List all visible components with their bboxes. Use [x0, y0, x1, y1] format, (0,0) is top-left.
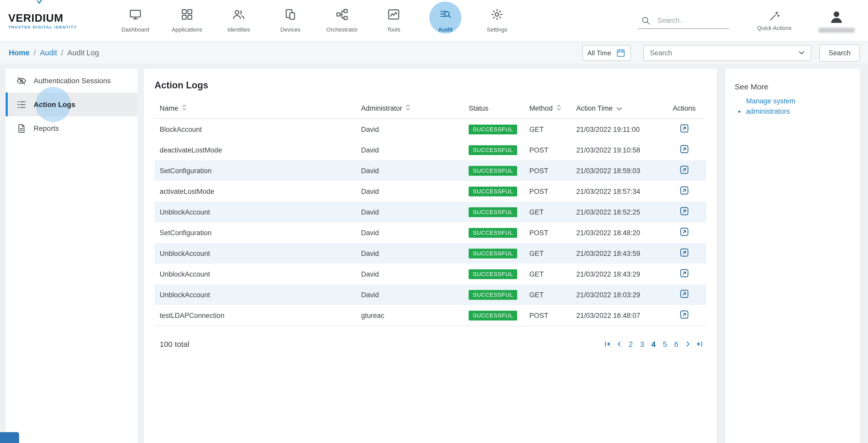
- cell-name: deactivateLostMode: [154, 140, 356, 160]
- pagination-prev-button[interactable]: [616, 341, 622, 347]
- cell-method: POST: [524, 222, 571, 243]
- search-icon: [641, 15, 651, 26]
- cell-actions: [662, 284, 706, 305]
- status-badge: SUCCESSFUL: [469, 124, 517, 134]
- column-header-actions: Actions: [662, 100, 706, 119]
- table-row: activateLostMode David SUCCESSFUL POST 2…: [154, 181, 706, 202]
- status-badge: SUCCESSFUL: [469, 248, 517, 258]
- row-action-button[interactable]: [678, 287, 691, 302]
- action-logs-icon: [16, 99, 27, 110]
- open-record-icon: [679, 165, 690, 175]
- sort-icon: [556, 104, 561, 111]
- cell-method: POST: [524, 305, 571, 326]
- cell-action-time: 21/03/2022 18:59:03: [571, 160, 662, 181]
- cell-method: POST: [524, 181, 571, 202]
- column-header-action-time[interactable]: Action Time: [571, 100, 662, 119]
- veridium-logo[interactable]: VERIDIUM TRUSTED DIGITAL IDENTITY: [8, 12, 90, 29]
- row-action-button[interactable]: [678, 184, 691, 199]
- nav-item-settings[interactable]: Settings: [471, 0, 523, 41]
- breadcrumb-link-audit[interactable]: Audit: [40, 49, 57, 57]
- open-record-icon: [679, 309, 690, 320]
- pagination-page-2[interactable]: 2: [627, 340, 634, 348]
- see-more-link[interactable]: Manage system administrators: [746, 96, 800, 116]
- quick-actions-button[interactable]: Quick Actions: [757, 10, 792, 31]
- pagination: 23456: [604, 340, 706, 348]
- cell-action-time: 21/03/2022 18:43:29: [571, 264, 662, 284]
- row-action-button[interactable]: [678, 225, 691, 240]
- row-action-button[interactable]: [678, 143, 691, 157]
- status-badge: SUCCESSFUL: [469, 269, 517, 279]
- row-action-button[interactable]: [678, 164, 691, 178]
- open-record-icon: [679, 185, 690, 196]
- pagination-next-button[interactable]: [685, 341, 691, 347]
- sidebar-item-action-logs[interactable]: Action Logs: [6, 92, 137, 116]
- table-row: testLDAPConnection gtureac SUCCESSFUL PO…: [154, 305, 706, 326]
- nav-item-dashboard[interactable]: Dashboard: [110, 0, 161, 41]
- column-header-status: Status: [463, 100, 524, 119]
- cell-action-time: 21/03/2022 18:48:20: [571, 222, 662, 243]
- status-badge: SUCCESSFUL: [469, 311, 517, 320]
- content-area: Authentication SessionsAction LogsReport…: [0, 64, 868, 443]
- audit-icon: [439, 8, 452, 21]
- open-record-icon: [679, 123, 690, 134]
- time-filter-button[interactable]: All Time: [582, 45, 631, 61]
- sort-icon: [406, 104, 410, 111]
- row-action-button[interactable]: [678, 122, 691, 137]
- row-action-button[interactable]: [678, 308, 691, 323]
- search-button[interactable]: Search: [819, 44, 860, 61]
- cell-name: SetConfiguration: [154, 222, 356, 243]
- column-label: Administrator: [361, 105, 402, 112]
- status-badge: SUCCESSFUL: [469, 228, 517, 238]
- pagination-first-button[interactable]: [604, 341, 611, 347]
- pagination-page-3[interactable]: 3: [639, 340, 645, 348]
- eye-off-icon: [16, 75, 27, 86]
- column-header-name[interactable]: Name: [154, 100, 356, 119]
- total-count: 100 total: [154, 339, 189, 348]
- search-filter-value: Search: [650, 49, 672, 57]
- cell-action-time: 21/03/2022 19:11:00: [571, 119, 662, 140]
- nav-item-audit[interactable]: Audit: [420, 0, 471, 41]
- cell-status: SUCCESSFUL: [463, 202, 524, 222]
- cell-administrator: David: [356, 140, 464, 160]
- user-menu[interactable]: [818, 9, 855, 32]
- row-action-button[interactable]: [678, 246, 691, 261]
- sidebar-item-reports[interactable]: Reports: [6, 116, 137, 140]
- pagination-last-button[interactable]: [696, 341, 703, 347]
- pagination-page-6[interactable]: 6: [673, 340, 679, 348]
- sub-header: Home/Audit/Audit Log All Time Search Sea…: [0, 42, 868, 64]
- header-tools: Quick Actions: [638, 9, 855, 32]
- row-action-button[interactable]: [678, 267, 691, 281]
- devices-icon: [284, 8, 297, 21]
- column-header-method[interactable]: Method: [524, 100, 571, 119]
- cell-name: BlockAccount: [154, 119, 356, 140]
- nav-item-devices[interactable]: Devices: [265, 0, 316, 41]
- sidebar-item-authentication-sessions[interactable]: Authentication Sessions: [6, 69, 137, 92]
- pagination-page-current[interactable]: 4: [650, 340, 657, 348]
- nav-item-tools[interactable]: Tools: [368, 0, 420, 41]
- table-row: UnblockAccount David SUCCESSFUL GET 21/0…: [154, 202, 706, 222]
- row-action-button[interactable]: [678, 205, 691, 219]
- cell-status: SUCCESSFUL: [463, 140, 524, 160]
- cell-administrator: David: [356, 222, 464, 243]
- cell-name: UnblockAccount: [154, 284, 356, 305]
- cell-status: SUCCESSFUL: [463, 243, 524, 264]
- column-header-administrator[interactable]: Administrator: [356, 100, 464, 119]
- search-filter-dropdown[interactable]: Search: [643, 45, 811, 61]
- breadcrumb-separator: /: [34, 49, 36, 57]
- global-search-input[interactable]: [656, 16, 722, 25]
- cell-administrator: David: [356, 119, 464, 140]
- status-badge: SUCCESSFUL: [469, 186, 517, 196]
- pagination-page-5[interactable]: 5: [662, 340, 668, 348]
- nav-item-applications[interactable]: Applications: [161, 0, 213, 41]
- action-logs-panel: Action Logs NameAdministratorStatusMetho…: [144, 69, 717, 443]
- cell-administrator: gtureac: [356, 305, 464, 326]
- cell-administrator: David: [356, 160, 464, 181]
- cell-action-time: 21/03/2022 18:43:59: [571, 243, 662, 264]
- cell-actions: [662, 243, 706, 264]
- breadcrumb-link-home[interactable]: Home: [9, 49, 30, 57]
- chat-widget[interactable]: [0, 432, 19, 443]
- nav-item-orchestrator[interactable]: Orchestrator: [316, 0, 368, 41]
- cell-method: GET: [524, 119, 571, 140]
- nav-item-identities[interactable]: Identities: [213, 0, 265, 41]
- cell-status: SUCCESSFUL: [463, 222, 524, 243]
